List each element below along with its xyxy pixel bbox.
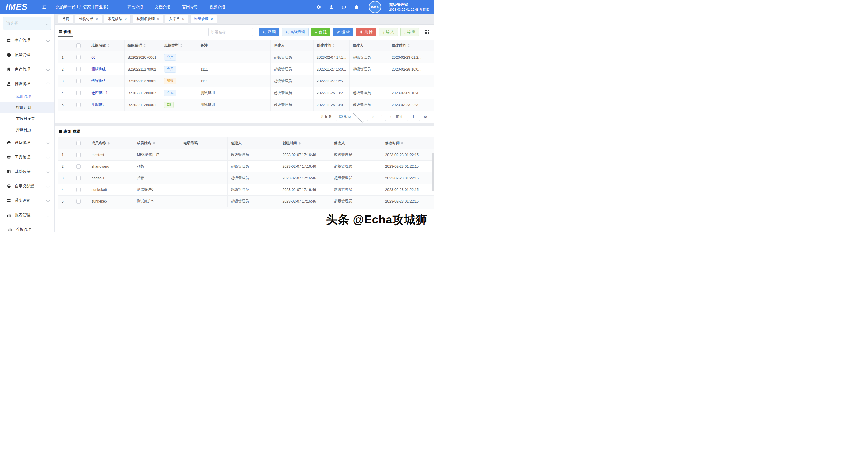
nav-highlights[interactable]: 亮点介绍 xyxy=(127,5,143,9)
row-checkbox[interactable] xyxy=(76,79,81,83)
nav-docs[interactable]: 文档介绍 xyxy=(155,5,170,9)
import-button[interactable]: ↑ 导 入 xyxy=(379,28,398,36)
book-icon xyxy=(7,169,11,174)
row-checkbox[interactable] xyxy=(76,153,81,157)
section-divider xyxy=(55,123,434,126)
sort-icon[interactable] xyxy=(107,44,109,47)
page-number[interactable]: 1 xyxy=(378,113,386,121)
col-header-team-type[interactable]: 班组类型 xyxy=(161,40,197,52)
col-header-team-code[interactable]: 编组编码 xyxy=(124,40,161,52)
tab-inbound-orders[interactable]: 入库单× xyxy=(165,15,188,24)
prev-page-button[interactable]: ‹ xyxy=(372,114,374,119)
sort-icon[interactable] xyxy=(153,141,155,145)
bar-chart-icon xyxy=(7,213,11,217)
settings-gear-icon[interactable] xyxy=(316,5,321,9)
sidebar-item-custom-config[interactable]: 自定义配置 xyxy=(0,179,54,193)
sidebar-item-shift-plan[interactable]: 排班计划 xyxy=(0,102,54,113)
sort-icon[interactable] xyxy=(333,44,335,47)
row-checkbox[interactable] xyxy=(76,164,81,169)
sidebar-item-holiday-settings[interactable]: 节假日设置 xyxy=(0,113,54,124)
user-icon[interactable] xyxy=(329,5,334,9)
row-checkbox[interactable] xyxy=(76,176,81,180)
sidebar-item-base-data[interactable]: 基础数据 xyxy=(0,164,54,179)
close-icon[interactable]: × xyxy=(182,17,184,21)
col-header-member-name[interactable]: 成员名称 xyxy=(88,137,134,149)
sidebar-filter-select[interactable]: 请选择 xyxy=(3,16,51,30)
col-header-modified-time[interactable]: 修改时间 xyxy=(382,137,434,149)
page-size-select[interactable]: 30条/页 xyxy=(336,113,368,121)
close-icon[interactable]: × xyxy=(96,17,98,21)
sort-icon[interactable] xyxy=(401,141,403,145)
col-header-member-fullname[interactable]: 成员姓名 xyxy=(134,137,180,149)
plus-icon: + xyxy=(315,30,317,34)
sidebar-item-quality[interactable]: 质量管理 xyxy=(0,47,54,62)
close-icon[interactable]: × xyxy=(125,17,127,21)
team-search-input[interactable] xyxy=(208,28,253,36)
sidebar-item-reports[interactable]: 报表管理 xyxy=(0,208,54,222)
modifier-cell: 超级管理员 xyxy=(331,149,382,161)
row-checkbox[interactable] xyxy=(76,103,81,107)
power-logout-icon[interactable] xyxy=(341,5,346,9)
sidebar-item-dashboard[interactable]: 看板管理 xyxy=(0,222,54,232)
column-settings-button[interactable] xyxy=(422,28,431,36)
next-page-button[interactable]: › xyxy=(390,114,392,119)
sort-icon[interactable] xyxy=(144,44,146,47)
sidebar-item-tools[interactable]: 工具管理 xyxy=(0,150,54,164)
tab-common-defects[interactable]: 常见缺陷× xyxy=(104,15,130,24)
team-name-link[interactable]: 00 xyxy=(91,55,95,59)
sidebar-item-inventory[interactable]: 库存管理 xyxy=(0,62,54,76)
sidebar-item-production[interactable]: 生产管理 xyxy=(0,33,54,47)
vertical-scrollbar[interactable] xyxy=(432,153,434,192)
close-icon[interactable]: × xyxy=(211,17,213,21)
sort-icon[interactable] xyxy=(299,141,301,145)
row-checkbox[interactable] xyxy=(76,67,81,71)
modified-time-cell: 2023-02-23 01:22:15 xyxy=(382,196,434,207)
edit-button[interactable]: 编 辑 xyxy=(333,28,353,36)
notification-bell-icon[interactable] xyxy=(354,5,359,9)
sort-icon[interactable] xyxy=(180,44,182,47)
nav-videos[interactable]: 视频介绍 xyxy=(210,5,225,9)
export-button[interactable]: ↓ 导 出 xyxy=(400,28,419,36)
modified-time-cell: 2023-02-23 01:22:15 xyxy=(382,184,434,196)
sidebar-item-scheduling[interactable]: 排班管理 xyxy=(0,76,54,91)
sidebar-collapse-button[interactable] xyxy=(42,5,47,9)
tab-team-management[interactable]: 班组管理× xyxy=(190,15,217,24)
sidebar-item-system-settings[interactable]: 系统设置 xyxy=(0,193,54,208)
nav-website[interactable]: 官网介绍 xyxy=(182,5,198,9)
grid-icon xyxy=(425,30,429,34)
delete-button[interactable]: 删 除 xyxy=(356,28,376,36)
tab-sales-orders[interactable]: 销售订单× xyxy=(75,15,102,24)
grid-icon xyxy=(59,30,62,34)
remark-cell: 测试班组 xyxy=(197,99,271,111)
team-name-link[interactable]: 组装班组 xyxy=(91,79,106,83)
team-name-link[interactable]: 测试班组 xyxy=(91,67,106,71)
goto-page-input[interactable] xyxy=(407,113,420,121)
member-name-cell: zhangyang xyxy=(88,161,134,172)
select-all-checkbox[interactable] xyxy=(76,43,81,48)
tab-inspection-items[interactable]: 检测项管理× xyxy=(133,15,163,24)
team-name-link[interactable]: 注塑班组 xyxy=(91,103,106,107)
col-header-modified-time[interactable]: 修改时间 xyxy=(389,40,434,52)
select-all-checkbox[interactable] xyxy=(76,141,81,145)
tab-home[interactable]: 首页 xyxy=(58,15,73,24)
sidebar-item-shift-calendar[interactable]: 排班日历 xyxy=(0,124,54,135)
phone-cell xyxy=(180,149,228,161)
row-checkbox[interactable] xyxy=(76,91,81,95)
row-checkbox[interactable] xyxy=(76,188,81,192)
col-header-team-name[interactable]: 班组名称 xyxy=(88,40,124,52)
sort-icon[interactable] xyxy=(408,44,410,47)
sort-icon[interactable] xyxy=(107,141,110,145)
sidebar-item-equipment[interactable]: 设备管理 xyxy=(0,135,54,150)
sidebar-item-team-management[interactable]: 班组管理 xyxy=(0,91,54,102)
col-header-created-time[interactable]: 创建时间 xyxy=(279,137,331,149)
query-button[interactable]: 查 询 xyxy=(259,28,279,36)
team-name-link[interactable]: 仓库班组1 xyxy=(91,91,108,95)
row-checkbox[interactable] xyxy=(76,55,81,59)
row-checkbox[interactable] xyxy=(76,199,81,204)
close-icon[interactable]: × xyxy=(157,17,159,21)
avatar[interactable]: IMES xyxy=(369,1,381,13)
create-button[interactable]: + 新 建 xyxy=(311,28,331,36)
col-header-created-time[interactable]: 创建时间 xyxy=(314,40,349,52)
advanced-query-button[interactable]: 高级查询 xyxy=(282,28,309,36)
index-column-header xyxy=(58,137,73,149)
